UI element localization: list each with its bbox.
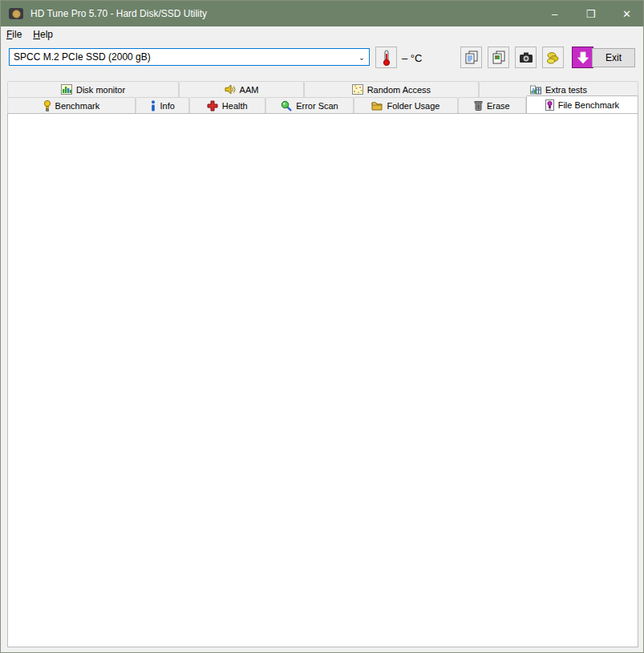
copy-image-button[interactable] — [488, 47, 509, 68]
magnifier-icon — [281, 100, 292, 112]
download-arrow-icon — [577, 51, 589, 64]
tab-label: Erase — [487, 101, 510, 111]
chevron-down-icon: ⌄ — [354, 53, 369, 62]
copy-text-button[interactable] — [460, 47, 482, 68]
minimize-button[interactable]: – — [537, 1, 573, 26]
screenshot-button[interactable] — [515, 47, 537, 68]
tab-label: Info — [160, 101, 175, 111]
copy-image-icon — [492, 51, 506, 65]
tab-random-access[interactable]: Random Access — [304, 81, 479, 97]
tab-erase[interactable]: Erase — [458, 97, 526, 113]
tab-label: File Benchmark — [558, 100, 619, 110]
tab-label: Folder Usage — [387, 101, 439, 111]
benchmark-icon — [43, 100, 51, 112]
file-benchmark-panel — [7, 113, 638, 647]
tab-extra-tests[interactable]: Extra tests — [479, 81, 638, 97]
thermometer-icon — [381, 50, 392, 66]
drive-select-value: SPCC M.2 PCIe SSD (2000 gB) — [10, 51, 354, 63]
menu-help[interactable]: Help — [27, 27, 59, 42]
window-title: HD Tune Pro 5.70 - Hard Disk/SSD Utility — [30, 8, 207, 19]
temperature-button[interactable] — [375, 47, 397, 68]
app-icon — [9, 8, 23, 19]
tab-file-benchmark[interactable]: File Benchmark — [526, 95, 638, 113]
download-button[interactable] — [572, 47, 593, 68]
speaker-icon — [225, 84, 236, 95]
tab-label: AAM — [240, 85, 259, 95]
disk-monitor-icon — [61, 84, 72, 95]
app-window: HD Tune Pro 5.70 - Hard Disk/SSD Utility… — [0, 0, 644, 653]
health-cross-icon — [207, 100, 218, 112]
tab-folder-usage[interactable]: Folder Usage — [354, 97, 458, 113]
screenshot-icon — [519, 51, 533, 64]
gold-icon — [546, 51, 561, 65]
tab-error-scan[interactable]: Error Scan — [265, 97, 354, 113]
random-dots-icon — [352, 84, 363, 95]
tab-info[interactable]: Info — [136, 97, 189, 113]
tab-label: Health — [222, 101, 248, 111]
title-bar: HD Tune Pro 5.70 - Hard Disk/SSD Utility… — [1, 1, 644, 26]
tab-label: Benchmark — [55, 101, 100, 111]
trash-icon — [474, 100, 483, 111]
options-button[interactable] — [542, 47, 564, 68]
info-icon — [150, 100, 156, 112]
tab-label: Error Scan — [296, 101, 338, 111]
drive-select-combobox[interactable]: SPCC M.2 PCIe SSD (2000 gB) ⌄ — [9, 48, 370, 66]
tab-disk-monitor[interactable]: Disk monitor — [7, 81, 179, 97]
tab-benchmark[interactable]: Benchmark — [7, 97, 136, 113]
extra-tests-icon — [530, 84, 541, 95]
tab-aam[interactable]: AAM — [179, 81, 304, 97]
menu-bar: File Help — [1, 26, 644, 43]
file-benchmark-icon — [545, 99, 554, 111]
folder-icon — [371, 101, 383, 111]
close-button[interactable]: ✕ — [609, 1, 644, 26]
tab-label: Disk monitor — [76, 85, 125, 95]
tab-label: Extra tests — [545, 85, 587, 95]
temperature-readout: – °C — [402, 52, 422, 64]
exit-button[interactable]: Exit — [592, 48, 635, 67]
maximize-button[interactable]: ❒ — [573, 1, 609, 26]
menu-file[interactable]: File — [1, 27, 27, 42]
tab-label: Random Access — [367, 85, 431, 95]
copy-text-icon — [464, 51, 479, 65]
tab-health[interactable]: Health — [189, 97, 265, 113]
toolbar: SPCC M.2 PCIe SSD (2000 gB) ⌄ – °C — [1, 43, 644, 78]
